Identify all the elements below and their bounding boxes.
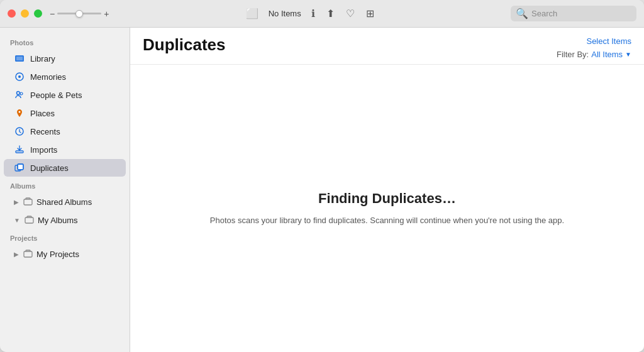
svg-point-4: [17, 92, 20, 95]
imports-label: Imports: [30, 145, 57, 155]
sidebar-item-memories[interactable]: Memories: [4, 68, 126, 85]
shared-albums-label: Shared Albums: [36, 197, 92, 207]
main-area: Photos Library Memories: [0, 28, 644, 352]
zoom-slider-section: − +: [50, 9, 109, 19]
sidebar-item-imports[interactable]: Imports: [4, 141, 126, 158]
content-header: Duplicates Select Items Filter By: All I…: [130, 28, 644, 65]
sidebar: Photos Library Memories: [0, 28, 130, 352]
my-albums-icon: [24, 214, 35, 226]
sidebar-item-places[interactable]: Places: [4, 104, 126, 122]
my-projects-chevron: ▶: [14, 251, 19, 258]
my-projects-icon: [23, 248, 34, 260]
search-icon: 🔍: [516, 8, 528, 19]
filter-label: Filter By:: [557, 50, 589, 59]
filter-chevron-icon[interactable]: ▼: [625, 51, 631, 58]
finding-duplicates-title: Finding Duplicates…: [318, 190, 456, 207]
sidebar-item-library[interactable]: Library: [4, 50, 126, 67]
svg-point-5: [20, 92, 23, 95]
content-body: Finding Duplicates… Photos scans your li…: [130, 65, 644, 352]
shared-albums-icon: [23, 196, 34, 207]
svg-rect-1: [16, 57, 23, 60]
albums-section-label: Albums: [0, 177, 130, 192]
sidebar-item-duplicates[interactable]: Duplicates: [4, 159, 126, 177]
svg-rect-13: [25, 217, 33, 223]
svg-rect-12: [24, 199, 32, 205]
library-label: Library: [30, 54, 55, 63]
svg-rect-8: [16, 151, 23, 153]
memories-icon: [14, 71, 25, 82]
page-title: Duplicates: [143, 35, 226, 55]
filter-value[interactable]: All Items: [591, 50, 623, 59]
duplicates-label: Duplicates: [30, 163, 69, 173]
library-icon: [14, 53, 25, 64]
zoom-out-icon[interactable]: −: [50, 9, 55, 19]
recents-label: Recents: [30, 127, 60, 136]
heart-icon[interactable]: ♡: [346, 8, 355, 19]
svg-rect-10: [18, 164, 23, 170]
close-button[interactable]: [8, 9, 16, 18]
sidebar-group-shared-albums[interactable]: ▶ Shared Albums: [4, 193, 126, 211]
zoom-in-icon[interactable]: +: [104, 9, 109, 19]
people-pets-label: People & Pets: [30, 91, 82, 100]
duplicates-icon: [14, 162, 25, 173]
content-area: Duplicates Select Items Filter By: All I…: [130, 28, 644, 352]
memories-label: Memories: [30, 72, 66, 82]
photos-section-label: Photos: [0, 34, 130, 49]
info-icon[interactable]: ℹ: [311, 8, 315, 19]
my-projects-label: My Projects: [36, 250, 79, 259]
sidebar-item-recents[interactable]: Recents: [4, 123, 126, 140]
fullscreen-button[interactable]: [34, 9, 42, 18]
crop-icon[interactable]: ⊞: [366, 8, 374, 19]
imports-icon: [14, 144, 25, 155]
sidebar-item-people-pets[interactable]: People & Pets: [4, 86, 126, 104]
sidebar-group-my-projects[interactable]: ▶ My Projects: [4, 245, 126, 263]
titlebar-left: − +: [50, 9, 109, 19]
svg-point-3: [18, 75, 21, 78]
finding-duplicates-description: Photos scans your library to find duplic…: [210, 214, 564, 227]
recents-icon: [14, 126, 25, 137]
my-albums-chevron: ▼: [14, 217, 20, 224]
places-icon: [14, 107, 25, 119]
svg-rect-14: [24, 251, 32, 257]
sidebar-group-my-albums[interactable]: ▼ My Albums: [4, 211, 126, 229]
search-bar[interactable]: 🔍: [511, 6, 636, 21]
people-pets-icon: [14, 89, 25, 101]
titlebar-center: ⬜ No Items ℹ ⬆ ♡ ⊞: [109, 8, 511, 19]
filter-by-bar: Filter By: All Items ▼: [557, 50, 631, 59]
select-items-button[interactable]: Select Items: [586, 35, 631, 47]
item-count-label: No Items: [269, 9, 301, 18]
zoom-slider-track[interactable]: [57, 13, 101, 14]
titlebar-action-icons: ℹ ⬆ ♡ ⊞: [311, 8, 374, 19]
minimize-button[interactable]: [21, 9, 29, 18]
search-input[interactable]: [531, 9, 632, 18]
share-icon[interactable]: ⬆: [326, 8, 335, 19]
app-window: − + ⬜ No Items ℹ ⬆ ♡ ⊞ 🔍 Photos: [0, 0, 644, 352]
svg-point-6: [19, 111, 21, 113]
screen-icon[interactable]: ⬜: [246, 8, 258, 19]
my-albums-label: My Albums: [38, 216, 78, 225]
traffic-lights: [8, 9, 42, 18]
zoom-slider-thumb[interactable]: [75, 10, 83, 18]
shared-albums-chevron: ▶: [14, 199, 19, 206]
titlebar: − + ⬜ No Items ℹ ⬆ ♡ ⊞ 🔍: [0, 0, 644, 28]
places-label: Places: [30, 109, 55, 118]
projects-section-label: Projects: [0, 229, 130, 245]
content-actions: Select Items Filter By: All Items ▼: [557, 35, 631, 59]
